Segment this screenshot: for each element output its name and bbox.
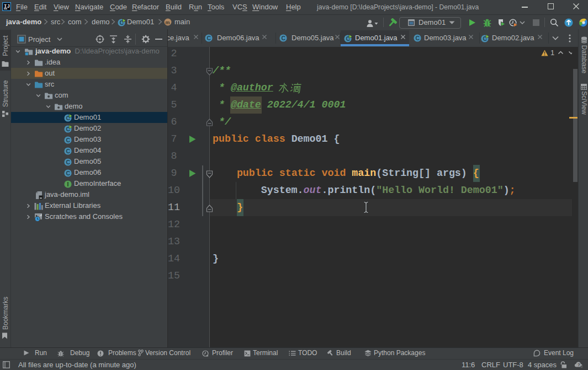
svg-text:C: C bbox=[206, 35, 211, 41]
svg-text:?: ? bbox=[578, 362, 580, 367]
svg-text:C: C bbox=[66, 170, 70, 176]
svg-text:C: C bbox=[66, 137, 70, 143]
svg-text:C: C bbox=[281, 35, 285, 41]
svg-text:I: I bbox=[67, 181, 68, 187]
svg-text:C: C bbox=[66, 159, 70, 165]
svg-text:m: m bbox=[166, 20, 170, 25]
svg-text:IJ: IJ bbox=[4, 4, 10, 9]
svg-text:C: C bbox=[66, 148, 70, 154]
svg-text:C: C bbox=[415, 35, 420, 41]
